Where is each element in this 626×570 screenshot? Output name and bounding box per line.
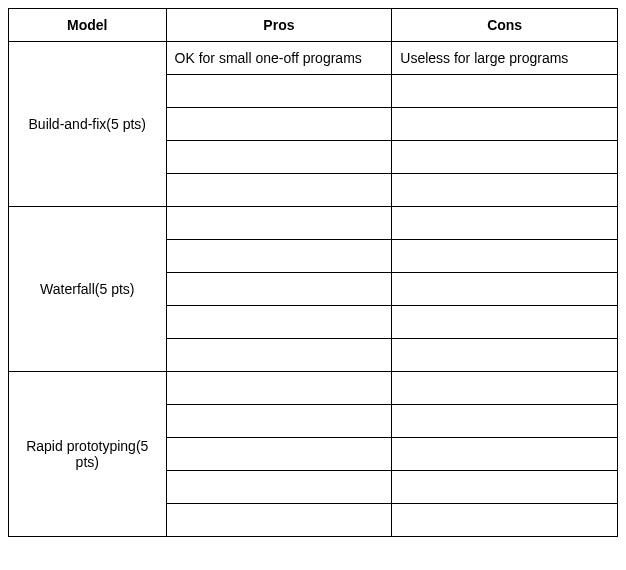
cons-cell: Useless for large programs [392,42,618,75]
pros-cell [166,306,392,339]
comparison-table: Model Pros Cons Build-and-fix(5 pts) OK … [8,8,618,537]
cons-cell [392,438,618,471]
pros-cell [166,240,392,273]
pros-cell [166,174,392,207]
pros-cell [166,504,392,537]
pros-cell [166,471,392,504]
cons-cell [392,240,618,273]
pros-cell [166,273,392,306]
pros-cell [166,75,392,108]
cons-cell [392,207,618,240]
table-row: Build-and-fix(5 pts) OK for small one-of… [9,42,618,75]
cons-cell [392,339,618,372]
pros-cell [166,141,392,174]
pros-cell [166,339,392,372]
pros-cell: OK for small one-off programs [166,42,392,75]
cons-cell [392,75,618,108]
header-cons: Cons [392,9,618,42]
cons-cell [392,504,618,537]
cons-cell [392,273,618,306]
table-row: Waterfall(5 pts) [9,207,618,240]
header-model: Model [9,9,167,42]
cons-cell [392,471,618,504]
model-cell: Build-and-fix(5 pts) [9,42,167,207]
cons-cell [392,174,618,207]
pros-cell [166,438,392,471]
cons-cell [392,372,618,405]
pros-cell [166,405,392,438]
model-cell: Waterfall(5 pts) [9,207,167,372]
header-pros: Pros [166,9,392,42]
pros-cell [166,207,392,240]
pros-cell [166,372,392,405]
cons-cell [392,306,618,339]
table-row: Rapid prototyping(5 pts) [9,372,618,405]
cons-cell [392,405,618,438]
model-cell: Rapid prototyping(5 pts) [9,372,167,537]
cons-cell [392,141,618,174]
pros-cell [166,108,392,141]
cons-cell [392,108,618,141]
header-row: Model Pros Cons [9,9,618,42]
